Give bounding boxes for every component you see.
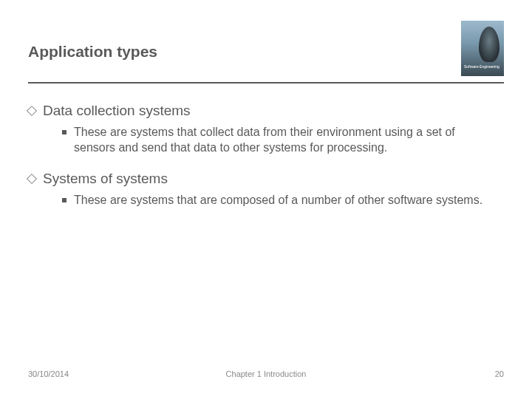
bullet-heading: Data collection systems <box>43 103 191 119</box>
square-bullet-icon <box>62 130 66 134</box>
slide-footer: 30/10/2014 Chapter 1 Introduction 20 <box>28 369 504 378</box>
diamond-bullet-icon <box>28 107 35 115</box>
sub-bullet-item: These are systems that collect data from… <box>28 125 504 156</box>
bullet-item: Data collection systems <box>28 103 504 119</box>
sub-bullet-text: These are systems that collect data from… <box>74 125 497 156</box>
book-cover-caption: Software Engineering <box>464 65 499 69</box>
bullet-item: Systems of systems <box>28 171 504 187</box>
slide-title: Application types <box>28 35 157 61</box>
footer-date: 30/10/2014 <box>28 369 69 378</box>
slide-header: Application types Software Engineering <box>0 0 532 76</box>
slide-content: Data collection systems These are system… <box>0 83 532 208</box>
book-cover-thumbnail: Software Engineering <box>461 21 504 76</box>
diamond-bullet-icon <box>28 175 35 183</box>
bullet-heading: Systems of systems <box>43 171 168 187</box>
sub-bullet-text: These are systems that are composed of a… <box>74 193 482 208</box>
footer-page-number: 20 <box>495 369 504 378</box>
footer-chapter: Chapter 1 Introduction <box>226 369 307 378</box>
square-bullet-icon <box>62 198 66 202</box>
sub-bullet-item: These are systems that are composed of a… <box>28 193 504 208</box>
